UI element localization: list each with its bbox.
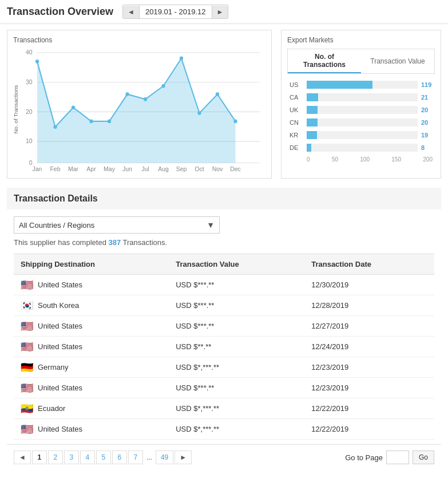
country-name-3: United States <box>38 342 82 351</box>
svg-point-19 <box>161 84 165 88</box>
page-7-button[interactable]: 7 <box>128 450 143 464</box>
flag-icon-0: 🇺🇸 <box>21 280 33 289</box>
cell-destination-4: 🇩🇪 Germany <box>14 357 169 378</box>
bar-track-us <box>307 81 418 89</box>
prev-page-button[interactable]: ◄ <box>14 450 31 464</box>
export-markets-title: Export Markets <box>287 36 435 44</box>
cell-value-0: USD $***.** <box>169 275 304 295</box>
goto-page-input[interactable] <box>386 450 409 464</box>
axis-50: 50 <box>332 156 338 163</box>
cell-destination-1: 🇰🇷 South Korea <box>14 295 169 316</box>
svg-point-16 <box>108 120 111 124</box>
bar-track-cn <box>307 118 418 127</box>
details-content: All Countries / Regions ▼ This supplier … <box>7 216 441 440</box>
tab-no-transactions[interactable]: No. of Transactions <box>288 49 361 73</box>
export-tabs: No. of Transactions Transaction Value <box>287 49 435 74</box>
table-row: 🇰🇷 South Korea USD $***.** 12/28/2019 <box>14 295 434 316</box>
svg-text:Jan: Jan <box>33 165 42 172</box>
cell-destination-5: 🇺🇸 United States <box>14 378 169 398</box>
transaction-details-title: Transaction Details <box>14 193 98 203</box>
col-shipping-destination: Shipping Destination <box>14 254 169 275</box>
chart-container: 40 30 20 10 0 No. of Transactions <box>13 46 265 172</box>
svg-point-18 <box>144 97 147 101</box>
country-name-1: South Korea <box>38 301 79 310</box>
svg-text:Feb: Feb <box>50 165 60 172</box>
transactions-table: Shipping Destination Transaction Value T… <box>14 254 434 440</box>
next-page-button[interactable]: ► <box>175 450 192 464</box>
bar-country-us: US <box>290 81 303 88</box>
bar-fill-cn <box>307 118 318 127</box>
country-name-2: United States <box>38 322 82 330</box>
flag-icon-2: 🇺🇸 <box>21 322 33 330</box>
table-row: 🇺🇸 United States USD $**.** 12/24/2019 <box>14 337 434 357</box>
cell-date-3: 12/24/2019 <box>304 337 434 357</box>
table-row: 🇺🇸 United States USD $***.** 12/23/2019 <box>14 378 434 398</box>
date-range-label: 2019.01 - 2019.12 <box>139 5 212 18</box>
last-page-button[interactable]: 49 <box>156 450 173 464</box>
bar-axis: 0 50 100 150 200 <box>290 156 433 163</box>
page-3-button[interactable]: 3 <box>64 450 79 464</box>
next-date-button[interactable]: ► <box>212 6 228 18</box>
cell-value-1: USD $***.** <box>169 295 304 316</box>
prev-date-button[interactable]: ◄ <box>123 6 139 18</box>
cell-destination-0: 🇺🇸 United States <box>14 275 169 295</box>
cell-value-2: USD $***.** <box>169 316 304 337</box>
cell-destination-2: 🇺🇸 United States <box>14 316 169 337</box>
svg-text:10: 10 <box>26 137 33 144</box>
bar-fill-ca <box>307 93 318 101</box>
cell-date-2: 12/27/2019 <box>304 316 434 337</box>
flag-icon-3: 🇺🇸 <box>21 342 33 351</box>
cell-destination-7: 🇺🇸 United States <box>14 419 169 440</box>
bar-value-uk: 20 <box>421 106 433 113</box>
bar-track-kr <box>307 131 418 139</box>
cell-value-3: USD $**.** <box>169 337 304 357</box>
svg-text:Aug: Aug <box>158 165 169 172</box>
transaction-count-row: This supplier has completed 387 Transact… <box>14 238 434 247</box>
table-body: 🇺🇸 United States USD $***.** 12/30/2019 … <box>14 275 434 440</box>
page-2-button[interactable]: 2 <box>48 450 63 464</box>
country-name-0: United States <box>38 280 82 289</box>
page-4-button[interactable]: 4 <box>80 450 95 464</box>
svg-point-13 <box>53 125 57 129</box>
bar-row-ca: CA 21 <box>290 93 433 101</box>
page-1-button[interactable]: 1 <box>32 450 47 464</box>
transactions-chart-section: Transactions 40 30 20 10 0 No. of <box>7 30 272 179</box>
bar-row-kr: KR 19 <box>290 131 433 139</box>
page-numbers: ◄ 1 2 3 4 5 6 7 ... 49 ► <box>14 450 192 464</box>
bar-track-de <box>307 144 418 152</box>
country-region-select[interactable]: All Countries / Regions ▼ <box>14 216 220 234</box>
flag-icon-4: 🇩🇪 <box>21 363 33 372</box>
cell-value-5: USD $***.** <box>169 378 304 398</box>
page-6-button[interactable]: 6 <box>112 450 127 464</box>
svg-marker-11 <box>37 58 236 163</box>
chevron-down-icon: ▼ <box>207 220 215 230</box>
svg-point-20 <box>180 57 183 61</box>
flag-icon-1: 🇰🇷 <box>21 301 33 310</box>
page-5-button[interactable]: 5 <box>96 450 111 464</box>
count-text-pre: This supplier has completed <box>14 238 108 247</box>
bar-fill-uk <box>307 106 318 114</box>
table-row: 🇺🇸 United States USD $***.** 12/27/2019 <box>14 316 434 337</box>
svg-text:No. of Transactions: No. of Transactions <box>13 85 19 133</box>
svg-text:30: 30 <box>26 78 33 85</box>
bar-fill-de <box>307 144 311 152</box>
axis-150: 150 <box>391 156 401 163</box>
bar-fill-us <box>307 81 372 89</box>
bar-country-cn: CN <box>290 119 303 126</box>
country-name-7: United States <box>38 425 82 433</box>
tab-transaction-value[interactable]: Transaction Value <box>361 49 434 73</box>
header-row: Shipping Destination Transaction Value T… <box>14 254 434 275</box>
line-chart-svg: 40 30 20 10 0 No. of Transactions <box>13 46 265 172</box>
goto-label: Go to Page <box>345 453 383 462</box>
ellipsis: ... <box>144 451 154 464</box>
svg-point-22 <box>216 92 219 96</box>
col-transaction-date: Transaction Date <box>304 254 434 275</box>
goto-go-button[interactable]: Go <box>413 450 434 464</box>
cell-date-5: 12/23/2019 <box>304 378 434 398</box>
country-name-6: Ecuador <box>38 404 65 413</box>
svg-text:Nov: Nov <box>212 165 223 172</box>
axis-200: 200 <box>423 156 433 163</box>
svg-text:Jun: Jun <box>122 165 132 172</box>
svg-text:Jul: Jul <box>141 165 149 172</box>
export-bar-chart: US 119 CA 21 UK <box>287 81 435 163</box>
